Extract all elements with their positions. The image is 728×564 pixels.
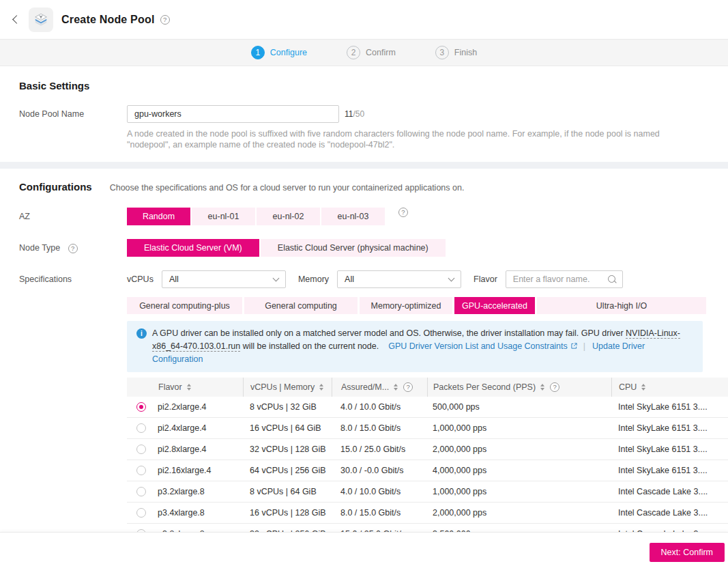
gpu-driver-banner: i A GPU driver can be installed only on … bbox=[127, 321, 703, 372]
back-chevron-icon bbox=[12, 15, 21, 24]
flavor-row[interactable]: pi2.4xlarge.4 16 vCPUs | 64 GiB 8.0 / 15… bbox=[127, 418, 728, 439]
page-title-help-icon[interactable]: ? bbox=[160, 15, 170, 25]
assured-bandwidth-cell: 4.0 / 10.0 Gbit/s bbox=[332, 487, 427, 496]
flavor-radio[interactable] bbox=[136, 466, 146, 475]
node-pool-name-field-group: 11/50 A node created in the node pool is… bbox=[127, 105, 705, 150]
flavor-cell: pi2.4xlarge.4 bbox=[127, 423, 243, 433]
cpu-cell: Intel Cascade Lake 3.... bbox=[611, 487, 728, 496]
flavor-table-body: pi2.2xlarge.4 8 vCPUs | 32 GiB 4.0 / 10.… bbox=[127, 397, 728, 545]
az-option-button[interactable]: eu-nl-01 bbox=[192, 208, 255, 225]
wizard-steps: 1 Configure 2 Confirm 3 Finish bbox=[0, 39, 728, 66]
vcpus-select[interactable]: All bbox=[162, 270, 286, 288]
page-footer: Next: Confirm bbox=[0, 532, 728, 564]
step-label: Finish bbox=[454, 48, 477, 57]
flavor-row[interactable]: p3.4xlarge.8 16 vCPUs | 128 GiB 8.0 / 15… bbox=[127, 503, 728, 524]
node-pool-name-input[interactable] bbox=[127, 105, 339, 123]
pps-cell: 4,000,000 pps bbox=[427, 466, 611, 475]
sort-icon[interactable] bbox=[187, 384, 191, 391]
flavor-category-tab[interactable]: Ultra-high I/O bbox=[537, 297, 706, 314]
configurations-subtitle: Choose the specifications and OS for a c… bbox=[110, 183, 465, 193]
memory-select-value: All bbox=[345, 274, 354, 284]
vcpus-memory-cell: 8 vCPUs | 64 GiB bbox=[243, 487, 332, 496]
assured-bandwidth-cell: 8.0 / 15.0 Gbit/s bbox=[332, 508, 427, 518]
vcpus-memory-cell: 16 vCPUs | 64 GiB bbox=[243, 423, 332, 433]
az-options: Randomeu-nl-01eu-nl-02eu-nl-03 bbox=[127, 208, 385, 225]
az-option-button[interactable]: eu-nl-03 bbox=[321, 208, 385, 225]
driver-version-list-link[interactable]: GPU Driver Version List and Usage Constr… bbox=[388, 341, 568, 351]
node-pool-name-label: Node Pool Name bbox=[19, 105, 127, 150]
assured-bandwidth-cell: 30.0 / -0.0 Gbit/s bbox=[332, 466, 427, 475]
node-type-help-icon[interactable]: ? bbox=[68, 244, 78, 253]
flavor-category-tab[interactable]: General computing-plus bbox=[127, 297, 242, 314]
link-separator: | bbox=[583, 341, 585, 351]
az-option-button[interactable]: eu-nl-02 bbox=[257, 208, 320, 225]
flavor-search-input[interactable] bbox=[513, 274, 607, 284]
node-type-option-button[interactable]: Elastic Cloud Server (VM) bbox=[127, 239, 259, 257]
flavor-row[interactable]: pi2.16xlarge.4 64 vCPUs | 256 GiB 30.0 /… bbox=[127, 460, 728, 481]
vcpus-memory-cell: 32 vCPUs | 128 GiB bbox=[243, 445, 332, 454]
az-option-button[interactable]: Random bbox=[127, 208, 190, 225]
sort-icon[interactable] bbox=[319, 384, 323, 391]
stacked-layers-icon bbox=[33, 12, 48, 27]
assured-bandwidth-cell: 15.0 / 25.0 Gbit/s bbox=[332, 445, 427, 454]
flavor-row[interactable]: pi2.8xlarge.4 32 vCPUs | 128 GiB 15.0 / … bbox=[127, 439, 728, 460]
memory-filter-label: Memory bbox=[298, 274, 329, 284]
flavor-row[interactable]: pi2.2xlarge.4 8 vCPUs | 32 GiB 4.0 / 10.… bbox=[127, 397, 728, 418]
basic-settings-section: Basic Settings Node Pool Name 11/50 A no… bbox=[0, 66, 728, 162]
step-number: 3 bbox=[435, 46, 449, 59]
step-number: 2 bbox=[347, 46, 360, 59]
step-confirm: 2 Confirm bbox=[347, 46, 396, 59]
configurations-title: Configurations bbox=[19, 181, 92, 193]
assured-bandwidth-cell: 8.0 / 15.0 Gbit/s bbox=[332, 423, 427, 433]
flavor-cell: pi2.8xlarge.4 bbox=[127, 445, 243, 454]
pps-help-icon[interactable]: ? bbox=[550, 382, 559, 392]
flavor-radio[interactable] bbox=[136, 445, 146, 454]
page-title: Create Node Pool bbox=[61, 14, 155, 26]
pps-cell: 500,000 pps bbox=[427, 402, 611, 412]
assured-bandwidth-cell: 4.0 / 10.0 Gbit/s bbox=[332, 402, 427, 412]
node-type-option-button[interactable]: Elastic Cloud Server (physical machine) bbox=[261, 239, 446, 257]
flavor-radio[interactable] bbox=[136, 423, 146, 433]
cpu-cell: Intel SkyLake 6151 3.... bbox=[611, 466, 728, 475]
column-pps: Packets Per Second (PPS) ? bbox=[427, 378, 611, 397]
memory-select[interactable]: All bbox=[337, 270, 461, 288]
vcpus-filter-label: vCPUs bbox=[127, 274, 154, 284]
search-icon[interactable] bbox=[607, 274, 617, 284]
cpu-cell: Intel Cascade Lake 3.... bbox=[611, 508, 728, 518]
node-type-label: Node Type ? bbox=[19, 239, 127, 257]
sort-icon[interactable] bbox=[394, 384, 398, 391]
flavor-radio[interactable] bbox=[136, 508, 146, 518]
step-label: Confirm bbox=[366, 48, 396, 57]
vcpus-select-value: All bbox=[169, 274, 179, 284]
step-finish: 3 Finish bbox=[435, 46, 477, 59]
pps-cell: 2,000,000 pps bbox=[427, 508, 611, 518]
flavor-table: Flavor vCPUs | Memory Assured/M... ? Pac… bbox=[127, 378, 728, 545]
sort-icon[interactable] bbox=[641, 384, 645, 391]
back-button[interactable] bbox=[8, 12, 23, 27]
flavor-table-header: Flavor vCPUs | Memory Assured/M... ? Pac… bbox=[127, 378, 728, 397]
cpu-cell: Intel SkyLake 6151 3.... bbox=[611, 445, 728, 454]
pps-cell: 2,000,000 pps bbox=[427, 445, 611, 454]
flavor-cell: pi2.16xlarge.4 bbox=[127, 466, 243, 475]
flavor-row[interactable]: p3.2xlarge.8 8 vCPUs | 64 GiB 4.0 / 10.0… bbox=[127, 481, 728, 503]
node-pool-icon bbox=[29, 8, 53, 32]
next-confirm-button[interactable]: Next: Confirm bbox=[650, 543, 725, 562]
section-divider bbox=[0, 162, 728, 169]
flavor-category-tab[interactable]: General computing bbox=[244, 297, 358, 314]
cpu-cell: Intel SkyLake 6151 3.... bbox=[611, 402, 728, 412]
info-icon: i bbox=[136, 328, 147, 339]
pps-cell: 1,000,000 pps bbox=[427, 423, 611, 433]
flavor-filter-label: Flavor bbox=[474, 274, 497, 284]
flavor-radio[interactable] bbox=[136, 487, 146, 496]
sort-icon[interactable] bbox=[540, 384, 544, 391]
page-header: Create Node Pool ? bbox=[0, 0, 728, 39]
column-flavor: Flavor bbox=[127, 378, 243, 397]
flavor-cell: p3.4xlarge.8 bbox=[127, 508, 243, 518]
flavor-category-tab[interactable]: Memory-optimized bbox=[360, 297, 452, 314]
assured-help-icon[interactable]: ? bbox=[403, 382, 413, 392]
flavor-category-tab[interactable]: GPU-accelerated bbox=[454, 297, 535, 314]
basic-settings-title: Basic Settings bbox=[19, 80, 709, 91]
az-help-icon[interactable]: ? bbox=[398, 208, 408, 217]
flavor-cell: p3.2xlarge.8 bbox=[127, 487, 243, 496]
flavor-radio[interactable] bbox=[136, 402, 146, 412]
